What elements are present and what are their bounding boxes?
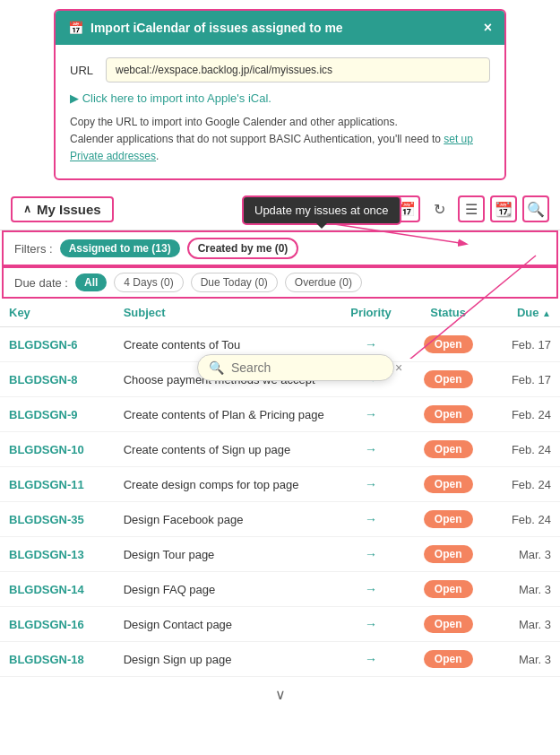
issue-status: Open (407, 537, 489, 572)
search-overlay-input[interactable] (231, 360, 388, 375)
col-subject[interactable]: Subject (115, 299, 335, 327)
issue-key[interactable]: BLGDSGN-18 (0, 642, 115, 677)
status-badge: Open (424, 615, 473, 633)
filters-row: Filters : Assigned to me (13) Created by… (2, 230, 558, 266)
table-row: BLGDSGN-14Design FAQ page→OpenMar. 3 (0, 572, 560, 607)
issue-status: Open (407, 502, 489, 537)
sort-icon: ▲ (542, 308, 551, 318)
issue-subject: Create design comps for top page (115, 467, 335, 502)
due-date-row: Due date : All 4 Days (0) Due Today (0) … (2, 266, 558, 299)
table-row: BLGDSGN-35Design Facebook page→OpenFeb. … (0, 502, 560, 537)
issue-priority: → (335, 397, 408, 432)
my-issues-title: ∧ My Issues (11, 196, 114, 222)
issue-key[interactable]: BLGDSGN-11 (0, 467, 115, 502)
my-issues-label: My Issues (37, 202, 101, 217)
col-priority[interactable]: Priority (335, 299, 408, 327)
issue-key[interactable]: BLGDSGN-9 (0, 397, 115, 432)
issue-due-date: Mar. 3 (489, 642, 560, 677)
issue-due-date: Mar. 3 (489, 607, 560, 642)
issue-due-date: Feb. 17 (489, 327, 560, 362)
issue-due-date: Feb. 17 (489, 362, 560, 397)
search-clear-button[interactable]: × (395, 360, 402, 375)
col-key[interactable]: Key (0, 299, 115, 327)
modal-title-area: 📅 Import iCalendar of issues assigned to… (68, 21, 343, 35)
load-more-chevron[interactable]: ∨ (0, 677, 560, 712)
due-all-filter[interactable]: All (75, 273, 107, 291)
issue-due-date: Mar. 3 (489, 537, 560, 572)
due-overdue-filter[interactable]: Overdue (0) (285, 273, 362, 292)
issue-status: Open (407, 607, 489, 642)
table-row: BLGDSGN-16Design Contact page→OpenMar. 3 (0, 607, 560, 642)
list-view-button[interactable]: ☰ (458, 195, 485, 222)
search-button[interactable]: 🔍 (522, 195, 549, 222)
due-4days-filter[interactable]: 4 Days (0) (114, 273, 183, 292)
ical-apple-link[interactable]: Click here to import into Apple's iCal. (70, 91, 271, 105)
list-icon: ☰ (465, 201, 478, 218)
assigned-to-me-filter[interactable]: Assigned to me (13) (60, 239, 180, 257)
status-badge: Open (424, 370, 473, 388)
status-badge: Open (424, 650, 473, 668)
issue-subject: Create contents of Sign up page (115, 432, 335, 467)
status-badge: Open (424, 405, 473, 423)
table-row: BLGDSGN-13Design Tour page→OpenMar. 3 (0, 537, 560, 572)
issue-due-date: Mar. 3 (489, 572, 560, 607)
issue-priority: → (335, 607, 408, 642)
tooltip-text: Update my issues at once (254, 204, 389, 217)
due-today-filter[interactable]: Due Today (0) (191, 273, 278, 292)
search-icon: 🔍 (527, 201, 545, 218)
url-input[interactable] (106, 57, 490, 82)
issue-key[interactable]: BLGDSGN-13 (0, 537, 115, 572)
collapse-icon[interactable]: ∧ (23, 203, 31, 215)
issue-priority: → (335, 432, 408, 467)
modal-header: 📅 Import iCalendar of issues assigned to… (56, 11, 504, 45)
issue-status: Open (407, 642, 489, 677)
col-due[interactable]: Due ▲ (489, 299, 560, 327)
refresh-button[interactable]: ↻ (426, 195, 452, 222)
search-overlay-icon: 🔍 (209, 360, 224, 375)
issue-subject: Design Sign up page (115, 642, 335, 677)
created-by-me-filter[interactable]: Created by me (0) (187, 238, 299, 259)
refresh-icon: ↻ (434, 201, 445, 218)
col-status[interactable]: Status (407, 299, 489, 327)
issue-due-date: Feb. 24 (489, 502, 560, 537)
issue-priority: → (335, 642, 408, 677)
table-row: BLGDSGN-11Create design comps for top pa… (0, 467, 560, 502)
ical-modal: 📅 Import iCalendar of issues assigned to… (54, 9, 506, 180)
modal-close-button[interactable]: × (484, 20, 492, 36)
issue-due-date: Feb. 24 (489, 397, 560, 432)
calendar-view-button[interactable]: 📆 (490, 195, 517, 222)
issue-key[interactable]: BLGDSGN-10 (0, 432, 115, 467)
issue-status: Open (407, 397, 489, 432)
table-row: BLGDSGN-18Design Sign up page→OpenMar. 3 (0, 642, 560, 677)
issue-subject: Create contents of Plan & Pricing page (115, 397, 335, 432)
table-row: BLGDSGN-10Create contents of Sign up pag… (0, 432, 560, 467)
status-badge: Open (424, 510, 473, 528)
chevron-down-icon: ∨ (275, 686, 286, 703)
modal-calendar-icon: 📅 (68, 21, 83, 35)
status-badge: Open (424, 475, 473, 493)
filters-label: Filters : (14, 242, 53, 256)
status-badge: Open (424, 440, 473, 458)
issue-key[interactable]: BLGDSGN-6 (0, 327, 115, 362)
issue-priority: → (335, 467, 408, 502)
issue-priority: → (335, 502, 408, 537)
url-label: URL (70, 64, 97, 77)
issue-subject: Design Contact page (115, 607, 335, 642)
issue-status: Open (407, 362, 489, 397)
modal-title: Import iCalendar of issues assigned to m… (90, 21, 343, 35)
url-row: URL (70, 57, 490, 82)
modal-description: Copy the URL to import into Google Calen… (70, 114, 490, 166)
issue-status: Open (407, 572, 489, 607)
issue-key[interactable]: BLGDSGN-16 (0, 607, 115, 642)
issue-due-date: Feb. 24 (489, 467, 560, 502)
calendar2-icon: 📆 (495, 201, 513, 218)
issue-key[interactable]: BLGDSGN-35 (0, 502, 115, 537)
update-tooltip: Update my issues at once (242, 195, 401, 225)
modal-body: URL Click here to import into Apple's iC… (56, 45, 504, 178)
issue-status: Open (407, 327, 489, 362)
issue-subject: Design FAQ page (115, 572, 335, 607)
issue-key[interactable]: BLGDSGN-14 (0, 572, 115, 607)
issue-key[interactable]: BLGDSGN-8 (0, 362, 115, 397)
issue-priority: → (335, 537, 408, 572)
issue-due-date: Feb. 24 (489, 432, 560, 467)
